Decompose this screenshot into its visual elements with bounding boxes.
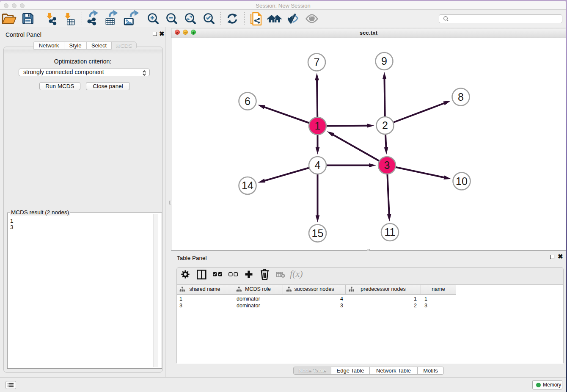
svg-text:8: 8 — [458, 91, 464, 103]
svg-text:11: 11 — [385, 226, 396, 238]
svg-text:4: 4 — [315, 159, 321, 171]
svg-text:7: 7 — [314, 56, 320, 68]
svg-text:10: 10 — [456, 175, 468, 187]
svg-text:14: 14 — [242, 179, 253, 191]
svg-text:1: 1 — [315, 120, 321, 132]
svg-text:6: 6 — [245, 95, 250, 107]
svg-text:2: 2 — [382, 119, 388, 131]
svg-text:3: 3 — [384, 159, 390, 171]
svg-text:15: 15 — [312, 227, 324, 239]
svg-text:9: 9 — [381, 55, 387, 67]
